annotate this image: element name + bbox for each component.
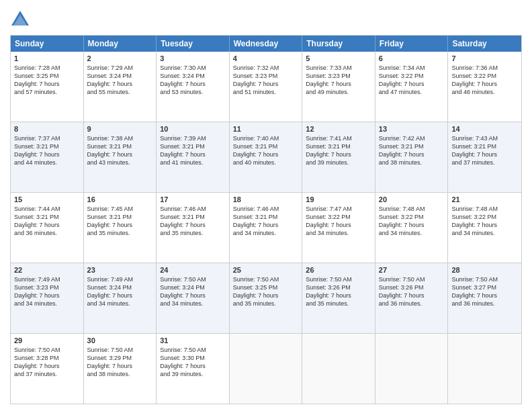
logo-icon bbox=[10, 9, 30, 30]
day-cell-31: 31Sunrise: 7:50 AM Sunset: 3:30 PM Dayli… bbox=[157, 334, 230, 404]
day-number: 10 bbox=[160, 125, 226, 133]
day-info: Sunrise: 7:41 AM Sunset: 3:21 PM Dayligh… bbox=[306, 134, 371, 167]
day-info: Sunrise: 7:50 AM Sunset: 3:29 PM Dayligh… bbox=[87, 346, 153, 379]
day-info: Sunrise: 7:33 AM Sunset: 3:23 PM Dayligh… bbox=[306, 64, 371, 97]
day-info: Sunrise: 7:45 AM Sunset: 3:21 PM Dayligh… bbox=[87, 205, 153, 238]
day-number: 12 bbox=[306, 125, 371, 133]
day-number: 30 bbox=[87, 336, 153, 345]
day-number: 27 bbox=[379, 266, 445, 274]
day-number: 23 bbox=[87, 266, 153, 274]
day-number: 7 bbox=[451, 54, 518, 62]
calendar-row-2: 8Sunrise: 7:37 AM Sunset: 3:21 PM Daylig… bbox=[11, 122, 521, 193]
calendar-row-5: 29Sunrise: 7:50 AM Sunset: 3:28 PM Dayli… bbox=[11, 334, 521, 404]
calendar: SundayMondayTuesdayWednesdayThursdayFrid… bbox=[10, 35, 522, 404]
day-cell-3: 3Sunrise: 7:30 AM Sunset: 3:24 PM Daylig… bbox=[157, 52, 230, 122]
header-day-thursday: Thursday bbox=[302, 36, 375, 52]
day-info: Sunrise: 7:49 AM Sunset: 3:23 PM Dayligh… bbox=[14, 275, 80, 308]
day-cell-23: 23Sunrise: 7:49 AM Sunset: 3:24 PM Dayli… bbox=[84, 263, 157, 333]
day-info: Sunrise: 7:50 AM Sunset: 3:28 PM Dayligh… bbox=[14, 346, 80, 379]
day-info: Sunrise: 7:48 AM Sunset: 3:22 PM Dayligh… bbox=[451, 205, 518, 238]
logo bbox=[10, 9, 33, 30]
header-day-tuesday: Tuesday bbox=[157, 36, 230, 52]
day-cell-5: 5Sunrise: 7:33 AM Sunset: 3:23 PM Daylig… bbox=[302, 52, 375, 122]
day-cell-22: 22Sunrise: 7:49 AM Sunset: 3:23 PM Dayli… bbox=[11, 263, 84, 333]
day-cell-20: 20Sunrise: 7:48 AM Sunset: 3:22 PM Dayli… bbox=[375, 193, 449, 263]
empty-cell bbox=[302, 334, 375, 404]
day-cell-12: 12Sunrise: 7:41 AM Sunset: 3:21 PM Dayli… bbox=[302, 122, 375, 192]
day-cell-13: 13Sunrise: 7:42 AM Sunset: 3:21 PM Dayli… bbox=[375, 122, 449, 192]
day-number: 13 bbox=[379, 125, 445, 133]
day-cell-7: 7Sunrise: 7:36 AM Sunset: 3:22 PM Daylig… bbox=[448, 52, 521, 122]
day-cell-11: 11Sunrise: 7:40 AM Sunset: 3:21 PM Dayli… bbox=[230, 122, 303, 192]
calendar-row-1: 1Sunrise: 7:28 AM Sunset: 3:25 PM Daylig… bbox=[11, 52, 521, 122]
day-cell-25: 25Sunrise: 7:50 AM Sunset: 3:25 PM Dayli… bbox=[230, 263, 303, 333]
header-day-saturday: Saturday bbox=[448, 36, 521, 52]
day-cell-2: 2Sunrise: 7:29 AM Sunset: 3:24 PM Daylig… bbox=[84, 52, 157, 122]
day-cell-28: 28Sunrise: 7:50 AM Sunset: 3:27 PM Dayli… bbox=[448, 263, 521, 333]
day-cell-29: 29Sunrise: 7:50 AM Sunset: 3:28 PM Dayli… bbox=[11, 334, 84, 404]
day-cell-18: 18Sunrise: 7:46 AM Sunset: 3:21 PM Dayli… bbox=[230, 193, 303, 263]
day-info: Sunrise: 7:49 AM Sunset: 3:24 PM Dayligh… bbox=[87, 275, 153, 308]
day-info: Sunrise: 7:46 AM Sunset: 3:21 PM Dayligh… bbox=[160, 205, 226, 238]
day-number: 21 bbox=[451, 195, 518, 203]
day-info: Sunrise: 7:48 AM Sunset: 3:22 PM Dayligh… bbox=[379, 205, 445, 238]
empty-cell bbox=[375, 334, 449, 404]
day-number: 3 bbox=[160, 54, 226, 62]
header bbox=[10, 7, 522, 30]
day-info: Sunrise: 7:36 AM Sunset: 3:22 PM Dayligh… bbox=[451, 64, 518, 97]
day-info: Sunrise: 7:46 AM Sunset: 3:21 PM Dayligh… bbox=[233, 205, 299, 238]
day-number: 22 bbox=[14, 266, 80, 274]
day-number: 18 bbox=[233, 195, 299, 203]
day-number: 29 bbox=[14, 336, 80, 345]
day-cell-9: 9Sunrise: 7:38 AM Sunset: 3:21 PM Daylig… bbox=[84, 122, 157, 192]
day-info: Sunrise: 7:50 AM Sunset: 3:30 PM Dayligh… bbox=[160, 346, 226, 379]
day-cell-1: 1Sunrise: 7:28 AM Sunset: 3:25 PM Daylig… bbox=[11, 52, 84, 122]
day-cell-30: 30Sunrise: 7:50 AM Sunset: 3:29 PM Dayli… bbox=[84, 334, 157, 404]
day-cell-16: 16Sunrise: 7:45 AM Sunset: 3:21 PM Dayli… bbox=[84, 193, 157, 263]
day-info: Sunrise: 7:34 AM Sunset: 3:22 PM Dayligh… bbox=[379, 64, 445, 97]
day-cell-10: 10Sunrise: 7:39 AM Sunset: 3:21 PM Dayli… bbox=[157, 122, 230, 192]
calendar-body: 1Sunrise: 7:28 AM Sunset: 3:25 PM Daylig… bbox=[11, 52, 521, 404]
day-info: Sunrise: 7:42 AM Sunset: 3:21 PM Dayligh… bbox=[379, 134, 445, 167]
day-cell-15: 15Sunrise: 7:44 AM Sunset: 3:21 PM Dayli… bbox=[11, 193, 84, 263]
day-info: Sunrise: 7:50 AM Sunset: 3:26 PM Dayligh… bbox=[306, 275, 371, 308]
header-day-wednesday: Wednesday bbox=[230, 36, 303, 52]
day-cell-24: 24Sunrise: 7:50 AM Sunset: 3:24 PM Dayli… bbox=[157, 263, 230, 333]
day-number: 24 bbox=[160, 266, 226, 274]
day-cell-4: 4Sunrise: 7:32 AM Sunset: 3:23 PM Daylig… bbox=[230, 52, 303, 122]
day-number: 9 bbox=[87, 125, 153, 133]
calendar-row-3: 15Sunrise: 7:44 AM Sunset: 3:21 PM Dayli… bbox=[11, 193, 521, 263]
header-day-friday: Friday bbox=[375, 36, 449, 52]
calendar-row-4: 22Sunrise: 7:49 AM Sunset: 3:23 PM Dayli… bbox=[11, 263, 521, 334]
day-cell-6: 6Sunrise: 7:34 AM Sunset: 3:22 PM Daylig… bbox=[375, 52, 449, 122]
day-info: Sunrise: 7:50 AM Sunset: 3:24 PM Dayligh… bbox=[160, 275, 226, 308]
page: SundayMondayTuesdayWednesdayThursdayFrid… bbox=[0, 0, 532, 411]
calendar-header: SundayMondayTuesdayWednesdayThursdayFrid… bbox=[11, 36, 521, 52]
day-cell-19: 19Sunrise: 7:47 AM Sunset: 3:22 PM Dayli… bbox=[302, 193, 375, 263]
day-number: 4 bbox=[233, 54, 299, 62]
day-number: 2 bbox=[87, 54, 153, 62]
day-number: 6 bbox=[379, 54, 445, 62]
day-cell-17: 17Sunrise: 7:46 AM Sunset: 3:21 PM Dayli… bbox=[157, 193, 230, 263]
empty-cell bbox=[230, 334, 303, 404]
day-number: 14 bbox=[451, 125, 518, 133]
day-number: 19 bbox=[306, 195, 371, 203]
day-info: Sunrise: 7:30 AM Sunset: 3:24 PM Dayligh… bbox=[160, 64, 226, 97]
day-info: Sunrise: 7:50 AM Sunset: 3:25 PM Dayligh… bbox=[233, 275, 299, 308]
day-info: Sunrise: 7:47 AM Sunset: 3:22 PM Dayligh… bbox=[306, 205, 371, 238]
day-number: 1 bbox=[14, 54, 80, 62]
day-number: 5 bbox=[306, 54, 371, 62]
day-number: 20 bbox=[379, 195, 445, 203]
day-number: 26 bbox=[306, 266, 371, 274]
day-cell-21: 21Sunrise: 7:48 AM Sunset: 3:22 PM Dayli… bbox=[448, 193, 521, 263]
day-info: Sunrise: 7:29 AM Sunset: 3:24 PM Dayligh… bbox=[87, 64, 153, 97]
day-number: 28 bbox=[451, 266, 518, 274]
day-info: Sunrise: 7:43 AM Sunset: 3:21 PM Dayligh… bbox=[451, 134, 518, 167]
header-day-monday: Monday bbox=[84, 36, 157, 52]
day-cell-8: 8Sunrise: 7:37 AM Sunset: 3:21 PM Daylig… bbox=[11, 122, 84, 192]
day-cell-26: 26Sunrise: 7:50 AM Sunset: 3:26 PM Dayli… bbox=[302, 263, 375, 333]
day-info: Sunrise: 7:37 AM Sunset: 3:21 PM Dayligh… bbox=[14, 134, 80, 167]
day-cell-27: 27Sunrise: 7:50 AM Sunset: 3:26 PM Dayli… bbox=[375, 263, 449, 333]
day-number: 25 bbox=[233, 266, 299, 274]
day-info: Sunrise: 7:50 AM Sunset: 3:26 PM Dayligh… bbox=[379, 275, 445, 308]
